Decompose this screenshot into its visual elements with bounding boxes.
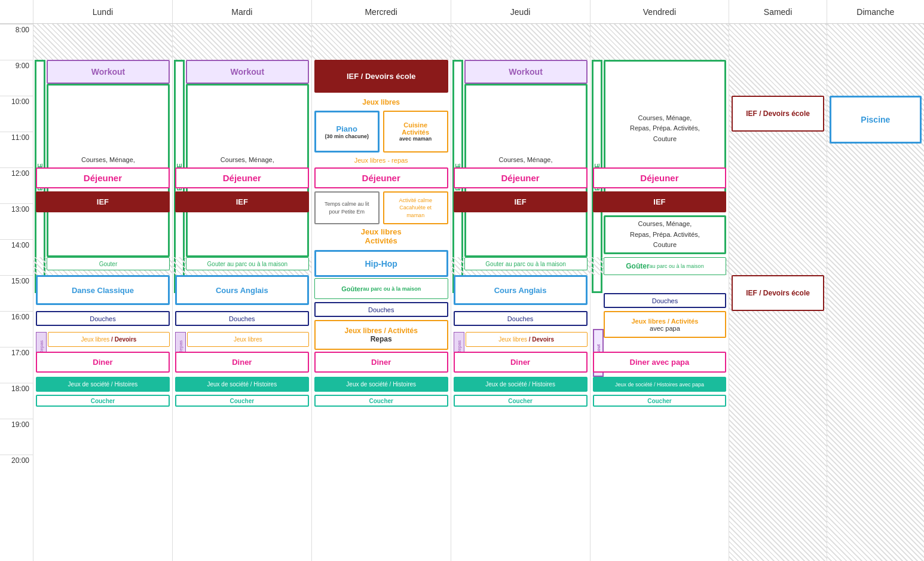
header-vendredi: Vendredi <box>590 0 729 23</box>
jeux-societe-vendredi: Jeux de société / Histoires avec papa <box>593 377 727 392</box>
cours-anglais-mardi: Cours Anglais <box>175 275 309 305</box>
header-samedi: Samedi <box>729 0 826 23</box>
time-9: 9:00 <box>0 60 33 96</box>
activite-calme: Activité calmeCacahuète etmaman <box>383 191 448 224</box>
cours-anglais-jeudi: Cours Anglais <box>454 275 588 305</box>
jeux-activites-soir-mercredi: Jeux libres / Activités Repas <box>314 320 448 350</box>
gouter-mercredi: Goûterau parc ou à la maison <box>314 278 448 299</box>
time-16: 16:00 <box>0 311 33 347</box>
douches-mercredi: Douches <box>314 302 448 317</box>
header-mardi: Mardi <box>172 0 311 23</box>
jeux-devoirs-jeudi: Jeux libres / Devoirs <box>466 332 588 347</box>
header-mercredi: Mercredi <box>311 0 451 23</box>
time-15: 15:00 <box>0 275 33 311</box>
coucher-mercredi: Coucher <box>314 395 448 407</box>
piano-mercredi: Piano (30 min chacune) <box>314 111 380 153</box>
gouter-mardi: Gouter au parc ou à la maison <box>186 257 309 270</box>
hatch-mardi-morning <box>173 24 311 60</box>
dejeuner-vendredi: Déjeuner <box>593 167 727 188</box>
coucher-mardi: Coucher <box>175 395 309 407</box>
coucher-jeudi: Coucher <box>454 395 588 407</box>
jeux-libres-mardi: Jeux libres <box>187 332 309 347</box>
col-dimanche: Piscine <box>827 24 924 561</box>
time-20: 20:00 <box>0 455 33 490</box>
time-19: 19:00 <box>0 419 33 455</box>
jeux-activites-mercredi: Jeux libres Activités <box>314 227 448 245</box>
danse-classique: Danse Classique <box>36 275 170 305</box>
time-17: 17:00 <box>0 347 33 383</box>
jeux-societe-jeudi: Jeux de société / Histoires <box>454 377 588 392</box>
ief-vendredi: IEF <box>593 191 727 212</box>
jeux-libres-repas: Jeux libres - repas <box>314 154 448 166</box>
courses-vendredi-pm: Courses, Ménage,Repas, Prépa. Activités,… <box>604 215 727 254</box>
diner-mercredi: Diner <box>314 352 448 373</box>
workout-jeudi: Workout <box>464 60 588 84</box>
douches-vendredi: Douches <box>604 293 727 308</box>
coucher-vendredi: Coucher <box>593 395 727 407</box>
ief-mardi: IEF <box>175 191 309 212</box>
jeux-societe-lundi: Jeux de société / Histoires <box>36 377 170 392</box>
ief-devoirs-samedi: IEF / Devoirs école <box>732 96 824 132</box>
col-lundi: ECOLE Workout Courses, Ménage,Repas, Pré… <box>33 24 172 561</box>
dejeuner-jeudi: Déjeuner <box>454 167 588 188</box>
col-mercredi: IEF / Devoirs école Jeux libres Piano (3… <box>311 24 451 561</box>
douches-jeudi: Douches <box>454 311 588 326</box>
col-vendredi: ECOLE Courses, Ménage,Repas, Prépa. Acti… <box>590 24 729 561</box>
cuisine-activites: Cuisine Activités avec maman <box>383 111 448 153</box>
ief-devoirs-samedi-lower: IEF / Devoirs école <box>732 275 824 311</box>
header-lundi: Lundi <box>33 0 172 23</box>
coucher-lundi: Coucher <box>36 395 170 407</box>
jeux-activites-vendredi: Jeux libres / Activités avec papa <box>604 311 727 338</box>
hip-hop: Hip-Hop <box>314 250 448 277</box>
gouter-jeudi: Gouter au parc ou à la maison <box>464 257 588 270</box>
hatch-jeudi-morning <box>451 24 590 60</box>
hatch-lundi-morning <box>33 24 172 60</box>
header-dimanche: Dimanche <box>827 0 924 23</box>
dejeuner-mardi: Déjeuner <box>175 167 309 188</box>
workout-mardi: Workout <box>186 60 309 84</box>
time-10: 10:00 <box>0 96 33 132</box>
gouter-vendredi: Goûter au parc ou à la maison <box>604 257 727 275</box>
time-18: 18:00 <box>0 383 33 419</box>
ief-lundi: IEF <box>36 191 170 212</box>
diner-mardi: Diner <box>175 352 309 373</box>
time-14: 14:00 <box>0 239 33 275</box>
gouter-lundi: Gouter <box>47 257 170 270</box>
diner-jeudi: Diner <box>454 352 588 373</box>
workout-lundi: Workout <box>47 60 170 84</box>
dejeuner-mercredi: Déjeuner <box>314 167 448 188</box>
col-mardi: ECOLE Workout Courses, Ménage,Repas, Pré… <box>172 24 311 561</box>
temps-calme: Temps calme au litpour Petite Em <box>314 191 380 224</box>
time-column: 8:00 9:00 10:00 11:00 12:00 13:00 14:00 … <box>0 0 33 561</box>
hatch-vendredi-morning <box>590 24 729 60</box>
douches-lundi: Douches <box>36 311 170 326</box>
ief-devoirs-mercredi: IEF / Devoirs école <box>314 60 448 93</box>
ief-jeudi: IEF <box>454 191 588 212</box>
jeux-societe-mercredi: Jeux de société / Histoires <box>314 377 448 392</box>
jeux-societe-mardi: Jeux de société / Histoires <box>175 377 309 392</box>
diner-vendredi: Diner avec papa <box>593 352 727 373</box>
time-11: 11:00 <box>0 132 33 167</box>
hatch-mercredi-morning <box>312 24 451 60</box>
col-jeudi: ECOLE Workout Courses, Ménage,Repas, Pré… <box>451 24 590 561</box>
time-8: 8:00 <box>0 24 33 60</box>
days-header: Lundi Mardi Mercredi Jeudi Vendredi Same… <box>33 0 924 24</box>
dejeuner-lundi: Déjeuner <box>36 167 170 188</box>
header-jeudi: Jeudi <box>451 0 590 23</box>
douches-mardi: Douches <box>175 311 309 326</box>
jeux-libres-mercredi-1: Jeux libres <box>314 96 448 109</box>
diner-lundi: Diner <box>36 352 170 373</box>
time-13: 13:00 <box>0 203 33 239</box>
time-12: 12:00 <box>0 167 33 203</box>
col-samedi: IEF / Devoirs école IEF / Devoirs école <box>729 24 826 561</box>
jeux-devoirs-lundi: Jeux libres / Devoirs <box>48 332 170 347</box>
piscine: Piscine <box>830 96 922 144</box>
